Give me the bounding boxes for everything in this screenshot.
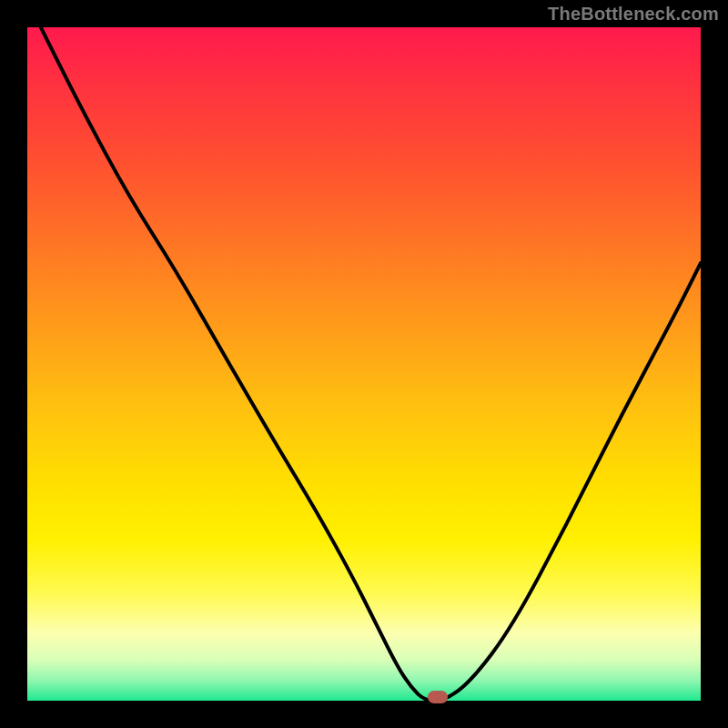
watermark-text: TheBottleneck.com — [548, 4, 719, 25]
chart-frame: TheBottleneck.com — [0, 0, 728, 728]
bottleneck-curve — [27, 27, 701, 701]
optimum-marker — [428, 691, 448, 703]
plot-area — [27, 27, 701, 701]
